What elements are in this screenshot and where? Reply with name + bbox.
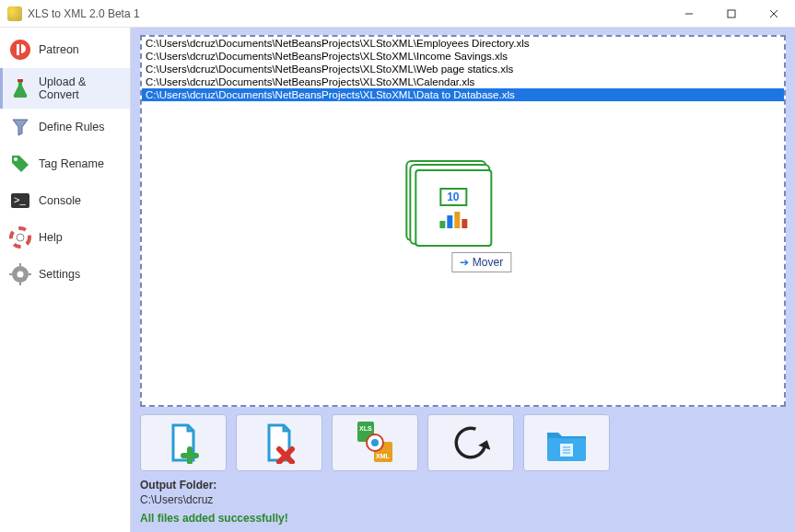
svg-point-12 (18, 272, 24, 278)
svg-text:XML: XML (376, 453, 391, 459)
sidebar: Patreon Upload & Convert Define Rules Ta… (0, 28, 131, 532)
spreadsheet-graphic: 10 ➔ Mover (415, 169, 511, 272)
file-list-item[interactable]: C:\Users\dcruz\Documents\NetBeansProject… (142, 75, 784, 88)
sheet-stack-icon: 10 (415, 169, 492, 247)
window-title: XLS to XML 2.0 Beta 1 (28, 7, 668, 20)
content-panel: C:\Users\dcruz\Documents\NetBeansProject… (131, 28, 795, 532)
sidebar-label: Tag Rename (39, 157, 104, 170)
svg-rect-16 (27, 273, 31, 275)
toolbar: XLSXML (140, 414, 786, 471)
convert-button[interactable]: XLSXML (332, 414, 418, 471)
sidebar-label: Console (39, 194, 81, 207)
svg-text:>_: >_ (14, 194, 26, 205)
svg-text:XLS: XLS (359, 425, 372, 432)
file-list-item[interactable]: C:\Users\dcruz\Documents\NetBeansProject… (142, 50, 784, 63)
sidebar-label: Settings (39, 268, 80, 281)
svg-point-6 (14, 157, 18, 161)
file-list[interactable]: C:\Users\dcruz\Documents\NetBeansProject… (142, 37, 784, 101)
open-folder-button[interactable] (523, 414, 610, 471)
sidebar-label: Upload & Convert (39, 75, 121, 101)
refresh-button[interactable] (427, 414, 514, 471)
svg-rect-5 (18, 79, 23, 82)
funnel-icon (9, 116, 31, 138)
sidebar-item-help[interactable]: Help (0, 219, 130, 256)
svg-rect-14 (19, 281, 21, 285)
sidebar-item-settings[interactable]: Settings (0, 256, 130, 293)
close-button[interactable] (753, 0, 795, 27)
tag-icon (9, 153, 31, 175)
mover-button[interactable]: ➔ Mover (451, 252, 511, 272)
maximize-button[interactable] (710, 0, 753, 27)
gear-icon (9, 263, 31, 285)
patreon-icon (9, 39, 31, 61)
svg-point-26 (371, 439, 379, 446)
sidebar-label: Patreon (39, 43, 79, 56)
drop-area[interactable]: C:\Users\dcruz\Documents\NetBeansProject… (140, 35, 786, 407)
output-folder-path: C:\Users\dcruz (140, 493, 786, 506)
status-message: All files added successfully! (140, 512, 786, 525)
sidebar-label: Define Rules (39, 121, 105, 133)
flask-icon (9, 77, 31, 99)
file-list-item[interactable]: C:\Users\dcruz\Documents\NetBeansProject… (142, 63, 784, 75)
titlebar: XLS to XML 2.0 Beta 1 (0, 0, 795, 28)
sidebar-item-console[interactable]: >_ Console (0, 182, 130, 219)
arrow-right-icon: ➔ (460, 256, 469, 269)
badge-count: 10 (439, 188, 467, 206)
sidebar-label: Help (39, 231, 63, 244)
sidebar-item-upload[interactable]: Upload & Convert (0, 68, 130, 109)
minimize-button[interactable] (668, 0, 710, 27)
add-file-button[interactable] (140, 414, 227, 471)
file-list-item[interactable]: C:\Users\dcruz\Documents\NetBeansProject… (142, 37, 784, 50)
svg-point-4 (10, 40, 30, 60)
lifebuoy-icon (9, 226, 31, 249)
remove-file-button[interactable] (236, 414, 322, 471)
mini-bars (439, 210, 467, 228)
footer: Output Folder: C:\Users\dcruz All files … (140, 479, 786, 525)
output-folder-label: Output Folder: (140, 479, 786, 492)
sidebar-item-tag[interactable]: Tag Rename (0, 145, 130, 182)
svg-rect-1 (728, 10, 735, 17)
svg-point-10 (17, 234, 24, 241)
mover-label: Mover (473, 256, 503, 269)
sidebar-item-patreon[interactable]: Patreon (0, 31, 130, 68)
file-list-item[interactable]: C:\Users\dcruz\Documents\NetBeansProject… (142, 88, 784, 101)
svg-rect-13 (19, 263, 21, 268)
svg-rect-15 (9, 273, 14, 275)
console-icon: >_ (9, 190, 31, 212)
sidebar-item-rules[interactable]: Define Rules (0, 109, 130, 145)
app-icon (7, 6, 22, 21)
